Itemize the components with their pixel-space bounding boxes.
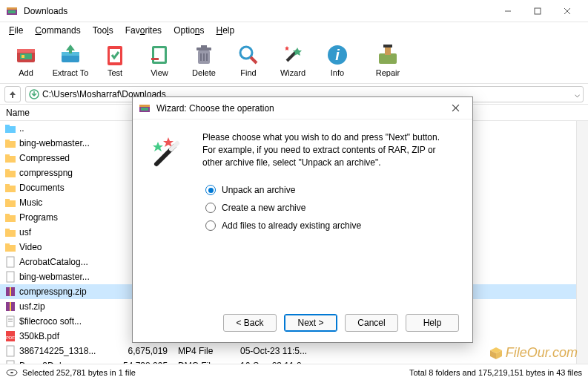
help-button[interactable]: Help (406, 314, 459, 332)
radio-label: Create a new archive (222, 203, 305, 213)
svg-line-72 (171, 143, 177, 149)
svg-rect-54 (10, 287, 11, 296)
delete-icon (192, 43, 216, 67)
toolbar-info-label: Info (331, 68, 344, 77)
toolbar-test[interactable]: Test (93, 42, 136, 79)
extract-icon (59, 43, 82, 67)
cancel-button[interactable]: Cancel (345, 314, 398, 332)
toolbar-info[interactable]: i Info (316, 42, 359, 79)
file-name: usf.zip (19, 301, 120, 312)
back-button[interactable]: < Back (223, 314, 277, 332)
file-icon (4, 315, 16, 327)
menu-tools[interactable]: Tools (87, 24, 119, 37)
radio-circle-icon (205, 203, 216, 213)
wizard-icon (281, 43, 305, 67)
dialog-title-bar: Wizard: Choose the operation (133, 97, 472, 119)
close-button[interactable] (552, 0, 582, 22)
svg-rect-50 (5, 243, 10, 246)
file-icon (4, 152, 16, 164)
dialog-title: Wizard: Choose the operation (156, 103, 444, 114)
file-name: Compressed (19, 153, 120, 163)
file-icon (4, 286, 16, 298)
svg-rect-4 (535, 8, 541, 14)
svg-rect-41 (5, 186, 16, 192)
toolbar-find[interactable]: Find (227, 42, 270, 79)
svg-rect-37 (5, 156, 16, 163)
vertical-scrollbar[interactable] (576, 121, 588, 372)
file-icon (4, 197, 16, 209)
svg-rect-56 (10, 302, 11, 311)
up-button[interactable] (4, 86, 21, 102)
toolbar-repair-label: Repair (376, 68, 400, 77)
svg-rect-38 (5, 154, 10, 157)
menu-bar: File Commands Tools Favorites Options He… (0, 22, 588, 39)
info-icon: i (326, 43, 349, 67)
svg-rect-1 (7, 7, 17, 10)
window-title: Downloads (24, 6, 493, 16)
radio-option-1[interactable]: Create a new archive (205, 203, 457, 213)
file-date: 05-Oct-23 11:5... (240, 346, 322, 356)
title-bar: Downloads (0, 0, 588, 22)
file-icon (4, 256, 16, 268)
svg-text:i: i (335, 47, 340, 63)
file-type: MP4 File (178, 346, 237, 356)
status-bar: Selected 252,781 bytes in 1 file Total 8… (0, 364, 588, 380)
svg-rect-42 (5, 184, 10, 186)
minimize-button[interactable] (493, 0, 523, 22)
radio-option-2[interactable]: Add files to already existing archive (205, 220, 457, 231)
toolbar-add[interactable]: Add (4, 42, 47, 79)
svg-rect-31 (383, 45, 392, 48)
toolbar-extract[interactable]: Extract To (49, 42, 92, 79)
file-size: 6,675,019 (123, 346, 175, 356)
next-button[interactable]: Next > (284, 314, 337, 332)
svg-rect-48 (5, 229, 10, 231)
svg-rect-49 (5, 245, 16, 252)
radio-circle-icon (205, 185, 216, 195)
file-icon (4, 271, 16, 283)
repair-icon (376, 43, 400, 67)
toolbar-extract-label: Extract To (53, 68, 89, 77)
svg-rect-17 (151, 58, 159, 60)
menu-file[interactable]: File (3, 24, 29, 37)
test-icon (103, 43, 127, 67)
dialog-close-button[interactable] (444, 97, 466, 119)
up-arrow-icon (8, 90, 17, 99)
toolbar-wizard[interactable]: Wizard (271, 42, 314, 79)
toolbar-test-label: Test (108, 68, 122, 77)
toolbar-repair[interactable]: Repair (366, 42, 409, 79)
radio-circle-icon (205, 220, 216, 231)
file-name: $filecroco soft... (19, 316, 120, 327)
svg-rect-43 (5, 200, 16, 207)
file-name: .. (19, 123, 120, 134)
svg-rect-10 (22, 55, 24, 58)
winrar-icon (6, 5, 18, 17)
svg-rect-44 (5, 199, 10, 201)
chevron-down-icon[interactable]: ⌵ (575, 89, 580, 99)
svg-rect-8 (17, 49, 35, 53)
svg-line-25 (251, 57, 257, 63)
dialog-description: Please choose what you wish to do and pr… (202, 131, 457, 168)
menu-help[interactable]: Help (211, 24, 241, 37)
menu-options[interactable]: Options (168, 24, 210, 37)
toolbar-delete[interactable]: Delete (182, 42, 225, 79)
file-icon (4, 182, 16, 194)
radio-option-0[interactable]: Unpack an archive (205, 185, 457, 195)
toolbar-add-label: Add (19, 68, 33, 77)
column-name[interactable]: Name (6, 108, 125, 118)
toolbar-view-label: View (151, 68, 168, 77)
file-name: 350kB.pdf (19, 331, 120, 341)
wizard-dialog: Wizard: Choose the operation Please choo… (132, 96, 473, 343)
file-icon (4, 137, 16, 149)
menu-favorites[interactable]: Favorites (119, 24, 168, 37)
maximize-button[interactable] (523, 0, 552, 22)
find-icon (237, 43, 260, 67)
watermark: FileOur.com (489, 345, 578, 361)
file-icon (4, 212, 16, 223)
toolbar-view[interactable]: View (138, 42, 181, 79)
add-icon (14, 43, 38, 67)
svg-point-65 (10, 372, 13, 373)
menu-commands[interactable]: Commands (29, 24, 86, 37)
radio-group: Unpack an archiveCreate a new archiveAdd… (202, 185, 457, 231)
svg-rect-45 (5, 215, 16, 222)
file-name: usf (19, 227, 120, 238)
